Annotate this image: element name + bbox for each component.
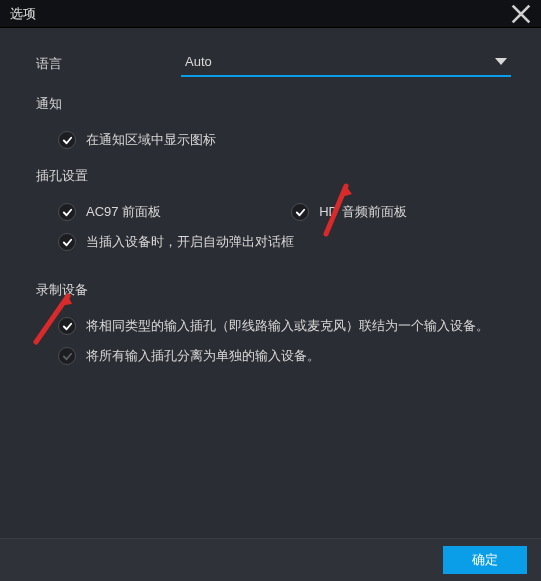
- close-icon[interactable]: [511, 4, 531, 24]
- option-group-same-type[interactable]: 将相同类型的输入插孔（即线路输入或麦克风）联结为一个输入设备。: [36, 311, 511, 341]
- chevron-down-icon: [495, 58, 507, 65]
- option-label: HD 音频前面板: [319, 203, 406, 221]
- checkbox-icon[interactable]: [58, 233, 76, 251]
- checkbox-icon[interactable]: [291, 203, 309, 221]
- footer-bar: 确定: [0, 538, 541, 581]
- option-ac97[interactable]: AC97 前面板: [36, 197, 161, 227]
- content-area: 语言 Auto 通知 在通知区域中显示图标 插孔设置 AC97 前面板: [0, 28, 541, 538]
- section-jack: 插孔设置: [36, 167, 511, 185]
- titlebar: 选项: [0, 0, 541, 28]
- option-separate-jacks[interactable]: 将所有输入插孔分离为单独的输入设备。: [36, 341, 511, 371]
- option-label: 当插入设备时，开启自动弹出对话框: [86, 233, 294, 251]
- language-value: Auto: [185, 54, 212, 69]
- checkbox-icon[interactable]: [58, 317, 76, 335]
- option-auto-popup[interactable]: 当插入设备时，开启自动弹出对话框: [36, 227, 511, 257]
- language-select[interactable]: Auto: [181, 50, 511, 77]
- checkbox-icon[interactable]: [58, 131, 76, 149]
- option-show-tray-icon[interactable]: 在通知区域中显示图标: [36, 125, 511, 155]
- option-label: 将所有输入插孔分离为单独的输入设备。: [86, 347, 320, 365]
- section-recording: 录制设备: [36, 281, 511, 299]
- section-notification: 通知: [36, 95, 511, 113]
- checkbox-icon[interactable]: [58, 203, 76, 221]
- window-title: 选项: [10, 5, 36, 23]
- option-label: 将相同类型的输入插孔（即线路输入或麦克风）联结为一个输入设备。: [86, 317, 489, 335]
- checkbox-icon[interactable]: [58, 347, 76, 365]
- option-hd-audio[interactable]: HD 音频前面板: [269, 197, 406, 227]
- language-row: 语言 Auto: [36, 50, 511, 77]
- option-label: AC97 前面板: [86, 203, 161, 221]
- language-label: 语言: [36, 55, 181, 73]
- ok-button[interactable]: 确定: [443, 546, 527, 574]
- option-label: 在通知区域中显示图标: [86, 131, 216, 149]
